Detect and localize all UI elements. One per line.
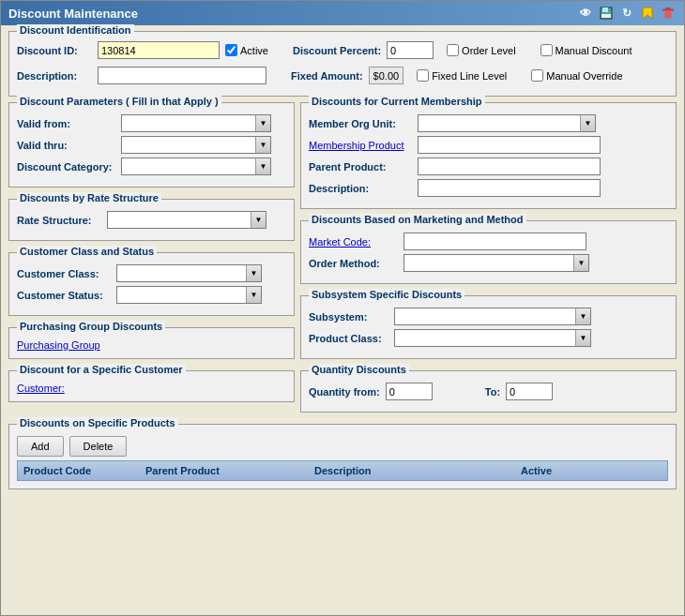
valid-thru-select[interactable] (121, 136, 271, 154)
product-class-label: Product Class: (309, 333, 388, 344)
order-method-select[interactable] (403, 254, 589, 272)
right-col: Discounts for Current Membership Member … (300, 102, 677, 418)
main-window: Discount Maintenance 👁 ↻ Discount Identi… (0, 0, 685, 616)
specific-products-title: Discounts on Specific Products (17, 417, 178, 428)
manual-override-label[interactable]: Manual Override (531, 69, 622, 82)
market-code-input[interactable] (403, 233, 586, 250)
col-product-code: Product Code (23, 465, 145, 476)
svg-rect-5 (665, 8, 670, 9)
titlebar: Discount Maintenance 👁 ↻ (1, 1, 684, 25)
membership-product-input[interactable] (418, 136, 601, 154)
subsystem-select[interactable] (394, 308, 591, 325)
customer-class-title: Customer Class and Status (17, 246, 157, 257)
rate-structure-section: Discounts by Rate Structure Rate Structu… (8, 199, 295, 241)
quantity-from-label: Quantity from: (309, 386, 380, 398)
manual-discount-label[interactable]: Manual Discount (540, 44, 632, 56)
member-org-unit-select[interactable] (418, 114, 596, 132)
manual-override-checkbox[interactable] (531, 69, 543, 82)
valid-thru-label: Valid thru: (17, 140, 115, 151)
description-input[interactable] (98, 67, 266, 84)
parent-product-input[interactable] (418, 158, 601, 175)
discount-id-section-title: Discount Identification (17, 24, 134, 36)
to-label: To: (485, 386, 500, 398)
order-level-label[interactable]: Order Level (447, 44, 515, 56)
customer-status-row: Customer Status: ▼ (17, 286, 286, 304)
member-org-unit-row: Member Org Unit: ▼ (309, 114, 668, 132)
customer-status-label: Customer Status: (17, 290, 111, 301)
discount-percent-input[interactable] (387, 41, 434, 59)
specific-customer-section: Discount for a Specific Customer Custome… (8, 370, 295, 402)
discount-category-select[interactable] (121, 158, 271, 175)
purchasing-group-title: Purchasing Group Discounts (17, 321, 165, 332)
delete-button[interactable]: Delete (69, 436, 128, 457)
fixed-amount-label: Fixed Amount: (291, 70, 363, 82)
svg-rect-2 (601, 14, 611, 18)
discount-category-wrapper: ▼ (121, 158, 271, 175)
svg-rect-4 (665, 10, 672, 18)
add-button[interactable]: Add (17, 436, 64, 457)
refresh-icon[interactable]: ↻ (618, 5, 635, 22)
rate-structure-wrapper: ▼ (107, 211, 266, 229)
delete-icon[interactable] (660, 5, 677, 22)
rate-structure-row: Rate Structure: ▼ (17, 211, 286, 229)
customer-class-wrapper: ▼ (116, 264, 262, 282)
order-method-row: Order Method: ▼ (309, 254, 668, 272)
subsystem-row: Subsystem: ▼ (309, 308, 668, 325)
col-parent-product: Parent Product (145, 465, 314, 476)
product-class-row: Product Class: ▼ (309, 329, 668, 347)
quantity-to-input[interactable] (506, 383, 553, 400)
eye-icon[interactable]: 👁 (577, 5, 594, 22)
customer-class-label: Customer Class: (17, 268, 111, 279)
products-table-header: Product Code Parent Product Description … (17, 460, 668, 481)
order-level-checkbox[interactable] (447, 44, 459, 56)
manual-discount-checkbox[interactable] (540, 44, 553, 56)
customer-status-wrapper: ▼ (116, 286, 262, 304)
subsystem-wrapper: ▼ (394, 308, 591, 325)
membership-description-row: Description: (309, 179, 668, 197)
discount-category-label: Discount Category: (17, 161, 115, 173)
membership-section: Discounts for Current Membership Member … (300, 102, 677, 209)
description-label: Description: (17, 70, 92, 82)
svg-rect-1 (602, 8, 608, 12)
discount-percent-label: Discount Percent: (293, 45, 381, 56)
fixed-line-level-label[interactable]: Fixed Line Level (417, 69, 507, 82)
product-class-select[interactable] (394, 329, 591, 347)
window-title: Discount Maintenance (8, 7, 138, 21)
purchasing-group-link[interactable]: Purchasing Group (17, 339, 100, 351)
rate-structure-title: Discounts by Rate Structure (17, 192, 161, 203)
membership-product-link[interactable]: Membership Product (309, 140, 412, 151)
customer-class-section: Customer Class and Status Customer Class… (8, 252, 295, 316)
purchasing-group-section: Purchasing Group Discounts Purchasing Gr… (8, 327, 295, 359)
valid-from-label: Valid from: (17, 118, 115, 129)
subsystem-section: Subsystem Specific Discounts Subsystem: … (300, 295, 677, 359)
fixed-amount-display: $0.00 (369, 67, 404, 84)
rate-structure-select[interactable] (107, 211, 266, 229)
discount-identification-section: Discount Identification Discount ID: Act… (8, 31, 677, 97)
active-checkbox-label[interactable]: Active (225, 44, 268, 56)
discount-params-section: Discount Parameters ( Fill in that Apply… (8, 102, 295, 188)
marketing-method-section: Discounts Based on Marketing and Method … (300, 220, 677, 284)
discount-id-input[interactable] (98, 41, 220, 59)
params-outer: Discount Parameters ( Fill in that Apply… (8, 102, 677, 418)
fixed-line-level-checkbox[interactable] (417, 69, 429, 82)
valid-thru-wrapper: ▼ (121, 136, 271, 154)
membership-description-input[interactable] (418, 179, 601, 197)
active-checkbox[interactable] (225, 44, 237, 56)
customer-status-select[interactable] (116, 286, 262, 304)
parent-product-label: Parent Product: (309, 161, 412, 173)
parent-product-row: Parent Product: (309, 158, 668, 175)
market-code-row: Market Code: (309, 233, 668, 250)
membership-title: Discounts for Current Membership (309, 96, 485, 107)
bookmark-icon[interactable] (639, 5, 656, 22)
save-icon[interactable] (598, 5, 615, 22)
valid-from-select[interactable] (121, 114, 271, 132)
customer-class-select[interactable] (116, 264, 262, 282)
market-code-link[interactable]: Market Code: (309, 236, 398, 248)
toolbar-icons: 👁 ↻ (577, 5, 677, 22)
quantity-from-input[interactable] (386, 383, 433, 400)
valid-thru-row: Valid thru: ▼ (17, 136, 286, 154)
order-method-wrapper: ▼ (403, 254, 589, 272)
customer-class-row: Customer Class: ▼ (17, 264, 286, 282)
customer-link[interactable]: Customer: (17, 383, 65, 394)
quantity-discounts-section: Quantity Discounts Quantity from: To: (300, 370, 677, 413)
